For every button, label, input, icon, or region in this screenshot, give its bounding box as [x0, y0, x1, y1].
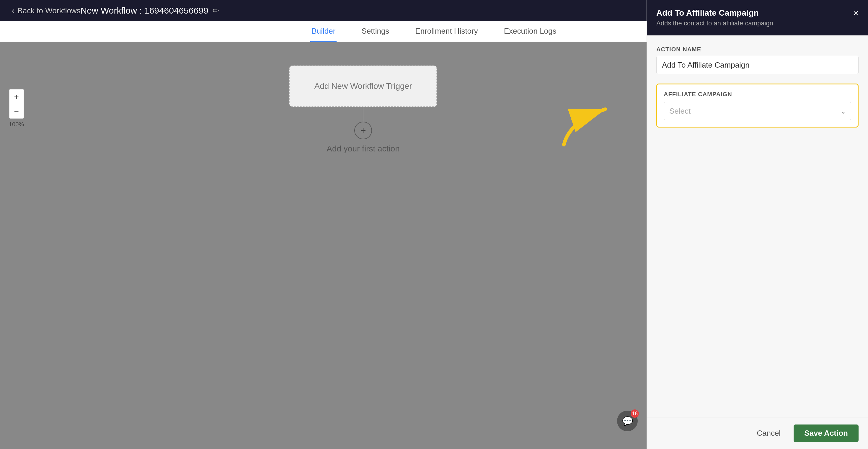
campaign-select[interactable]: Select: [664, 102, 851, 120]
panel-close-button[interactable]: ×: [853, 8, 859, 18]
zoom-out-button[interactable]: −: [9, 104, 24, 119]
action-name-input[interactable]: [656, 56, 859, 74]
zoom-in-button[interactable]: +: [9, 89, 24, 104]
tab-enrollment-history[interactable]: Enrollment History: [414, 21, 479, 42]
panel-subtitle: Adds the contact to an affiliate campaig…: [656, 20, 773, 27]
chat-icon: 💬: [622, 416, 633, 426]
action-name-label: ACTION NAME: [656, 46, 859, 53]
tab-settings[interactable]: Settings: [360, 21, 390, 42]
cancel-button[interactable]: Cancel: [750, 424, 788, 442]
tab-execution-logs[interactable]: Execution Logs: [503, 21, 558, 42]
back-chevron-icon: ‹: [12, 6, 14, 15]
workflow-name: New Workflow : 1694604656699: [81, 6, 209, 15]
chat-widget[interactable]: 💬 16: [617, 411, 638, 431]
back-label: Back to Workflows: [18, 6, 80, 15]
add-action-label: Add your first action: [327, 144, 399, 154]
panel-title: Add To Affiliate Campaign: [656, 8, 773, 18]
workflow-canvas: + − 100% Add New Workflow Trigger + Add …: [0, 42, 726, 449]
tab-builder[interactable]: Builder: [310, 21, 337, 42]
chat-badge-count: 16: [631, 410, 639, 418]
edit-icon[interactable]: ✏: [213, 6, 219, 15]
trigger-box-label: Add New Workflow Trigger: [314, 80, 412, 92]
panel-body: ACTION NAME AFFILIATE CAMPAIGN Select: [647, 35, 868, 417]
back-button[interactable]: ‹ Back to Workflows: [12, 6, 81, 15]
connector-line: [363, 107, 364, 122]
add-action-button[interactable]: +: [354, 122, 372, 139]
workflow-title-area: New Workflow : 1694604656699 ✏: [81, 6, 219, 15]
right-panel: Add To Affiliate Campaign Adds the conta…: [647, 0, 868, 449]
trigger-box[interactable]: Add New Workflow Trigger: [289, 66, 437, 107]
save-action-button[interactable]: Save Action: [794, 424, 859, 442]
plus-icon: +: [361, 125, 366, 136]
campaign-label: AFFILIATE CAMPAIGN: [664, 91, 851, 98]
panel-footer: Cancel Save Action: [647, 417, 868, 449]
zoom-controls: + − 100%: [9, 89, 24, 128]
panel-header: Add To Affiliate Campaign Adds the conta…: [647, 0, 868, 35]
affiliate-campaign-section: AFFILIATE CAMPAIGN Select: [656, 84, 859, 128]
campaign-select-wrapper: Select: [664, 102, 851, 120]
zoom-level: 100%: [9, 121, 24, 128]
